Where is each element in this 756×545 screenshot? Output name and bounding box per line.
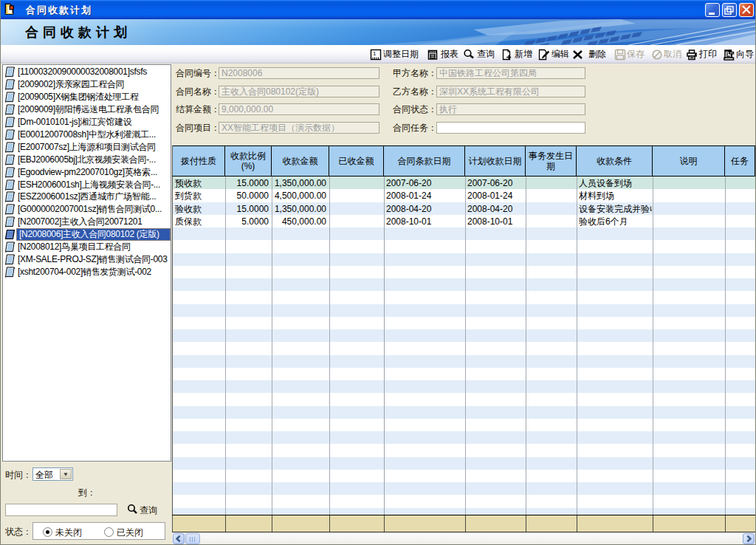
svg-text:1: 1: [373, 50, 377, 57]
